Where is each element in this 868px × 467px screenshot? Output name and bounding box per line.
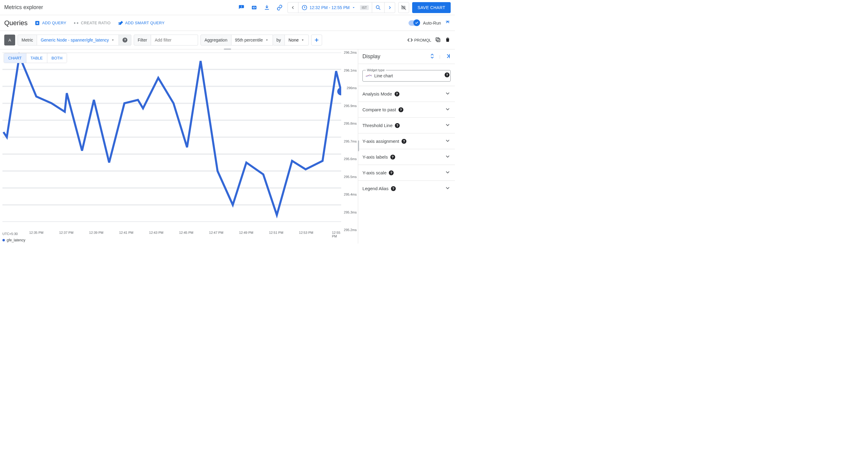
accordion-label: Y-axis labels: [363, 154, 388, 159]
aggregation-group: Aggregation 95th percentile by None: [200, 35, 309, 45]
tab-chart[interactable]: CHART: [4, 53, 26, 63]
x-tick: 12:47 PM: [209, 231, 223, 235]
chart-canvas[interactable]: [2, 53, 341, 222]
help-icon[interactable]: ?: [390, 155, 395, 159]
x-tick: 12:41 PM: [119, 231, 133, 235]
view-toggle: CHART TABLE BOTH: [4, 53, 67, 63]
tab-table[interactable]: TABLE: [26, 53, 47, 63]
time-zoom-button[interactable]: [372, 2, 384, 13]
groupby-picker[interactable]: None: [285, 35, 308, 45]
y-tick: 295.8ms: [344, 122, 356, 125]
time-range-label: 12:32 PM - 12:55 PM: [309, 5, 349, 10]
add-query-label: ADD QUERY: [42, 21, 66, 25]
collapse-panel-icon[interactable]: [445, 53, 451, 60]
aggregation-label: Aggregation: [200, 35, 231, 45]
help-icon[interactable]: ?: [399, 107, 403, 112]
queries-bar: Queries ADD QUERY CREATE RATIO ADD SMART…: [0, 15, 455, 31]
help-icon[interactable]: ?: [389, 170, 394, 175]
metric-value: Generic Node - spanner/gfe_latency: [41, 38, 109, 42]
download-icon[interactable]: [262, 3, 272, 12]
x-tick: 12:55 PM: [332, 231, 340, 238]
tab-both[interactable]: BOTH: [47, 53, 67, 63]
help-icon[interactable]: ?: [395, 123, 400, 128]
filter-label: Filter: [134, 35, 151, 45]
time-range-picker: 12:32 PM - 12:55 PM IST: [287, 2, 395, 13]
time-prev-button[interactable]: [288, 2, 298, 13]
time-next-button[interactable]: [384, 2, 395, 13]
y-tick: 295.5ms: [344, 175, 356, 179]
x-tick: 12:45 PM: [179, 231, 193, 235]
feedback-icon[interactable]: [237, 3, 246, 12]
accordion-label: Legend Alias: [363, 186, 389, 191]
chart-legend[interactable]: gfe_latency: [2, 238, 25, 242]
y-tick: 296.2ms: [344, 51, 356, 54]
svg-rect-5: [436, 38, 439, 41]
display-title: Display: [363, 53, 380, 60]
accordion-label: Y-axis scale: [363, 170, 386, 175]
accordion-row[interactable]: Analysis Mode?: [358, 86, 455, 102]
metric-picker[interactable]: Generic Node - spanner/gfe_latency: [37, 35, 119, 45]
help-icon[interactable]: ?: [391, 186, 396, 191]
create-ratio-button[interactable]: CREATE RATIO: [73, 20, 111, 26]
no-preview-icon[interactable]: [398, 2, 409, 13]
filter-input[interactable]: [155, 38, 194, 42]
queries-title: Queries: [4, 19, 28, 27]
code-icon[interactable]: [249, 3, 259, 12]
accordion-row[interactable]: Compare to past?: [358, 102, 455, 117]
svg-rect-0: [252, 6, 256, 9]
y-axis-ticks: 296.2ms296.1ms296ms295.9ms295.8ms295.7ms…: [341, 53, 356, 230]
metric-help-button[interactable]: ?: [119, 35, 131, 45]
chevron-down-icon: [445, 90, 451, 97]
accordion-row[interactable]: Y-axis labels?: [358, 149, 455, 165]
chart-area: CHART TABLE BOTH 296.2ms296.1ms296ms295.…: [0, 50, 358, 244]
copy-icon[interactable]: [435, 37, 441, 44]
widget-type-select[interactable]: Widget type Line chart: [363, 70, 451, 82]
aggregation-picker[interactable]: 95th percentile: [231, 35, 273, 45]
widget-type-value: Line chart: [374, 73, 441, 78]
time-range-button[interactable]: 12:32 PM - 12:55 PM IST: [298, 2, 372, 13]
chevron-down-icon: [445, 122, 451, 129]
promql-label: PROMQL: [414, 38, 431, 42]
x-tick: 12:53 PM: [299, 231, 313, 235]
promql-toggle[interactable]: PROMQL: [407, 37, 431, 43]
link-icon[interactable]: [275, 3, 284, 12]
header-actions: 12:32 PM - 12:55 PM IST SAVE CHART: [237, 2, 451, 13]
chevron-down-icon: [445, 138, 451, 145]
accordion-row[interactable]: Y-axis assignment?: [358, 133, 455, 149]
create-ratio-label: CREATE RATIO: [81, 21, 111, 25]
y-tick: 295.3ms: [344, 211, 356, 214]
tz-chip: IST: [360, 5, 369, 10]
widget-help-icon[interactable]: ?: [445, 72, 450, 77]
delete-icon[interactable]: [445, 37, 451, 44]
accordion-row[interactable]: Threshold Line?: [358, 117, 455, 133]
add-query-row-button[interactable]: [311, 35, 322, 45]
add-smart-query-label: ADD SMART QUERY: [125, 21, 165, 25]
add-smart-query-button[interactable]: ADD SMART QUERY: [117, 20, 165, 26]
autorun-toggle[interactable]: [408, 20, 420, 26]
help-icon[interactable]: ?: [395, 92, 399, 96]
x-tick: 12:35 PM: [29, 231, 43, 235]
side-resize-handle[interactable]: [358, 141, 359, 151]
app-header: Metrics explorer 12:32 PM - 12:55 PM IST: [0, 0, 455, 15]
expand-vertical-icon[interactable]: [429, 53, 435, 60]
accordion-row[interactable]: Y-axis scale?: [358, 165, 455, 181]
save-chart-button[interactable]: SAVE CHART: [412, 2, 451, 13]
svg-point-2: [376, 5, 379, 8]
query-badge[interactable]: A: [4, 35, 15, 45]
metric-group: Metric Generic Node - spanner/gfe_latenc…: [18, 35, 131, 45]
tz-label: UTC+5:30: [2, 232, 18, 236]
collapse-icon[interactable]: [445, 20, 451, 26]
accordion-label: Analysis Mode: [363, 91, 392, 96]
y-tick: 296.1ms: [344, 68, 356, 72]
x-tick: 12:51 PM: [269, 231, 283, 235]
accordion-row[interactable]: Legend Alias?: [358, 181, 455, 196]
main-content: CHART TABLE BOTH 296.2ms296.1ms296ms295.…: [0, 50, 455, 244]
x-tick: 12:39 PM: [89, 231, 103, 235]
add-query-button[interactable]: ADD QUERY: [34, 20, 66, 26]
accordion-label: Threshold Line: [363, 123, 393, 128]
chevron-down-icon: [445, 153, 451, 160]
x-tick: 12:43 PM: [149, 231, 163, 235]
legend-swatch: [2, 239, 5, 241]
display-accordion: Analysis Mode?Compare to past?Threshold …: [358, 86, 455, 196]
help-icon[interactable]: ?: [402, 139, 406, 144]
